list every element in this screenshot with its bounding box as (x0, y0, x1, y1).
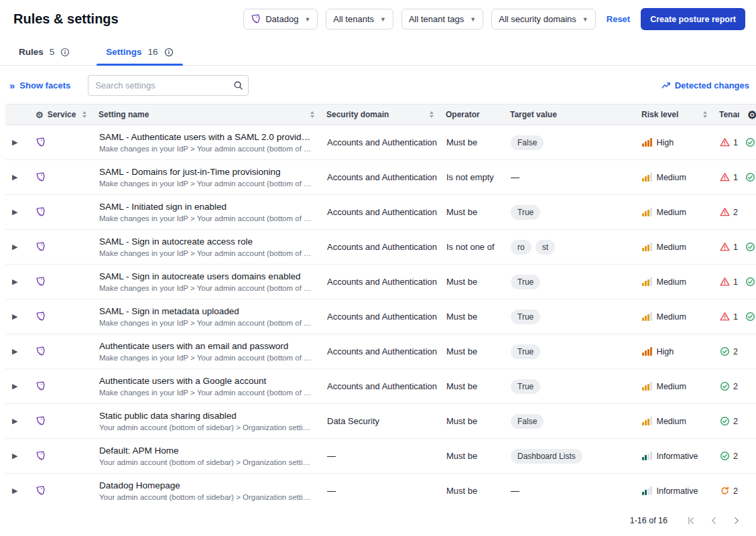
target-value-pill: False (511, 135, 544, 150)
row-expand-chevron-icon[interactable]: ▶ (5, 138, 17, 147)
column-header-setting-name[interactable]: Setting name (92, 105, 320, 125)
column-label: Setting name (99, 110, 149, 119)
table-row[interactable]: ▶SAML - Sign in metadata uploadedMake ch… (5, 299, 756, 334)
row-expand-chevron-icon[interactable]: ▶ (5, 312, 17, 321)
sort-icon[interactable] (310, 111, 314, 118)
setting-path: Make changes in your IdP > Your admin ac… (99, 389, 314, 397)
column-header-operator[interactable]: Operator (440, 105, 504, 125)
setting-name[interactable]: SAML - Sign in metadata uploaded (99, 306, 314, 316)
table-row[interactable]: ▶SAML - Sign in autocreate access roleMa… (5, 230, 756, 265)
setting-name[interactable]: SAML - Authenticate users with a SAML 2.… (99, 132, 314, 142)
tenant-tags-filter-dropdown[interactable]: All tenant tags ▼ (401, 9, 483, 29)
table-row[interactable]: ▶Default: APM HomeYour admin account (bo… (5, 439, 756, 474)
sort-icon[interactable] (82, 111, 86, 118)
risk-level-icon (642, 312, 652, 321)
row-expand-chevron-icon[interactable]: ▶ (5, 452, 17, 460)
setting-name[interactable]: Datadog Homepage (99, 480, 314, 490)
table-row[interactable]: ▶Static public data sharing disabledYour… (5, 404, 756, 439)
detected-changes-button[interactable]: Detected changes (662, 80, 749, 90)
table-row[interactable]: ▶SAML - Initiated sign in enabledMake ch… (5, 195, 756, 230)
operator-cell: Must be (440, 312, 504, 322)
column-header-security-domain[interactable]: Security domain (320, 105, 440, 125)
risk-level-label: Medium (657, 277, 686, 287)
setting-name[interactable]: Static public data sharing disabled (99, 411, 314, 421)
row-expand-chevron-icon[interactable]: ▶ (5, 486, 17, 495)
column-header-target-value[interactable]: Target value (504, 105, 635, 125)
status-count: 2 (733, 452, 738, 461)
tenants-filter-dropdown[interactable]: All tenants ▼ (326, 9, 393, 29)
sort-icon[interactable] (703, 111, 707, 118)
reset-button[interactable]: Reset (607, 14, 630, 24)
setting-name[interactable]: SAML - Initiated sign in enabled (99, 202, 314, 212)
row-expand-chevron-icon[interactable]: ▶ (5, 243, 17, 251)
risk-level-cell: Medium (635, 208, 713, 217)
security-domains-filter-dropdown[interactable]: All security domains ▼ (491, 9, 596, 29)
tab-bar: Rules 5 Settings 16 (0, 41, 756, 66)
info-icon[interactable] (60, 48, 70, 57)
column-header-service[interactable]: ⚙Service (29, 105, 92, 125)
table-row[interactable]: ▶SAML - Sign in autocreate users domains… (5, 265, 756, 299)
datadog-service-icon (29, 416, 92, 426)
warning-status-badge: 1 (720, 312, 738, 322)
info-icon[interactable] (164, 48, 174, 57)
target-value-cell: True (504, 379, 635, 394)
setting-name[interactable]: Authenticate users with an email and pas… (99, 341, 314, 351)
column-header-risk-level[interactable]: Risk level (635, 105, 713, 125)
status-count: 2 (733, 382, 738, 391)
search-input[interactable] (88, 75, 249, 96)
security-domain-cell: Accounts and Authentication (320, 137, 440, 147)
risk-level-icon (642, 347, 652, 356)
operator-cell: Is not one of (440, 242, 504, 252)
row-expand-chevron-icon[interactable]: ▶ (5, 277, 17, 286)
datadog-service-icon (29, 172, 92, 182)
column-header-tenant-status[interactable]: Tenant status⚙ (713, 105, 756, 125)
warning-icon (720, 137, 730, 147)
setting-name[interactable]: SAML - Domains for just-in-Time provisio… (99, 167, 314, 177)
row-expand-chevron-icon[interactable]: ▶ (5, 173, 17, 182)
row-expand-chevron-icon[interactable]: ▶ (5, 208, 17, 216)
datadog-service-icon (29, 242, 92, 252)
setting-name[interactable]: Default: APM Home (99, 446, 314, 456)
check-circle-icon (745, 242, 755, 252)
setting-name-cell: Static public data sharing disabledYour … (92, 411, 320, 431)
sort-icon[interactable] (430, 111, 434, 118)
row-expand-chevron-icon[interactable]: ▶ (5, 417, 17, 425)
row-expand-chevron-icon[interactable]: ▶ (5, 347, 17, 356)
first-page-button[interactable] (682, 513, 700, 528)
setting-name[interactable]: SAML - Sign in autocreate access role (99, 237, 314, 247)
setting-path: Make changes in your IdP > Your admin ac… (99, 319, 314, 327)
table-row[interactable]: ▶Authenticate users with an email and pa… (5, 334, 756, 369)
tab-rules[interactable]: Rules 5 (9, 41, 79, 65)
table-row[interactable]: ▶Authenticate users with a Google accoun… (5, 369, 756, 404)
risk-level-cell: Medium (635, 277, 713, 287)
column-label: Operator (446, 110, 480, 119)
operator-cell: Must be (440, 137, 504, 147)
create-posture-report-button[interactable]: Create posture report (641, 8, 745, 30)
prev-page-button[interactable] (705, 513, 722, 528)
risk-level-cell: High (635, 347, 713, 356)
expand-column-header (5, 105, 29, 125)
operator-cell: Must be (440, 451, 504, 461)
row-expand-chevron-icon[interactable]: ▶ (5, 382, 17, 391)
tenant-status-cell: 2 (713, 207, 756, 217)
tab-settings[interactable]: Settings 16 (97, 41, 182, 65)
tenants-filter-value: All tenants (333, 14, 374, 24)
search-icon[interactable] (233, 80, 243, 93)
detected-changes-label: Detected changes (675, 80, 749, 90)
next-page-button[interactable] (728, 513, 745, 528)
table-row[interactable]: ▶SAML - Domains for just-in-Time provisi… (5, 160, 756, 195)
table-row[interactable]: ▶SAML - Authenticate users with a SAML 2… (5, 125, 756, 160)
status-count: 1 (733, 138, 738, 147)
integration-filter-dropdown[interactable]: Datadog ▼ (243, 9, 318, 29)
passing-status-badge: 2 (720, 381, 738, 391)
table-row[interactable]: ▶Datadog HomepageYour admin account (bot… (5, 474, 756, 505)
column-label: Security domain (326, 110, 389, 119)
setting-name[interactable]: Authenticate users with a Google account (99, 376, 314, 386)
show-facets-button[interactable]: » Show facets (9, 80, 70, 90)
column-label: Service (48, 110, 76, 119)
column-label: Risk level (641, 110, 678, 119)
setting-name[interactable]: SAML - Sign in autocreate users domains … (99, 271, 314, 281)
column-settings-gear-icon[interactable]: ⚙ (747, 109, 756, 121)
tenant-status-cell: 11 (713, 277, 756, 287)
risk-level-cell: Medium (635, 243, 713, 252)
